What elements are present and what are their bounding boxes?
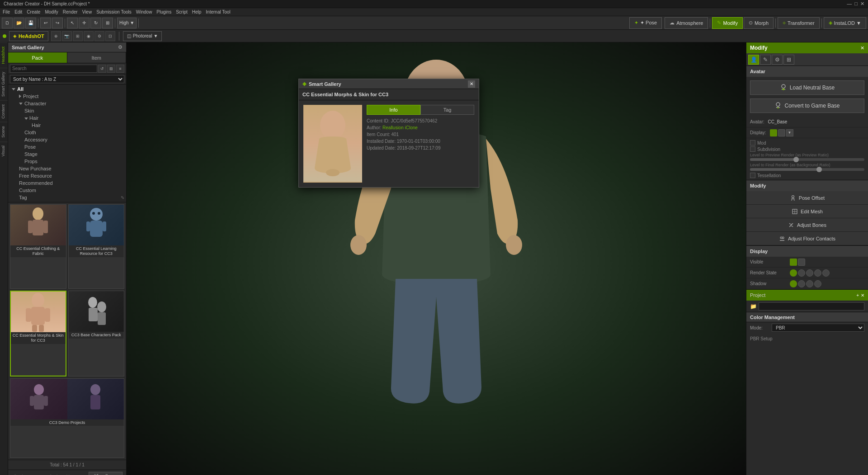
tree-character[interactable]: Character <box>8 100 126 107</box>
open-btn[interactable]: 📂 <box>14 18 24 28</box>
menu-view[interactable]: View <box>82 9 92 14</box>
tab-pack[interactable]: Pack <box>8 52 67 63</box>
menu-create[interactable]: Create <box>27 9 40 14</box>
menu-plugins[interactable]: Plugins <box>156 9 171 14</box>
shadow-toggle-2[interactable] <box>798 280 805 287</box>
tree-free-resource[interactable]: Free Resource <box>8 172 126 179</box>
rp-slider-2[interactable] <box>750 168 864 171</box>
side-tab-scene[interactable]: Scene <box>0 122 8 141</box>
side-tab-visual[interactable]: Visual <box>0 141 8 160</box>
gallery-item-2[interactable]: CC Essential Morphs & Skin for CC3 <box>10 291 66 376</box>
rs-toggle-1[interactable] <box>790 269 797 277</box>
menu-script[interactable]: Script <box>176 9 188 14</box>
gallery-item-1[interactable]: CC Essential Learning Resource for CC3 <box>68 204 125 289</box>
rp-tab-settings[interactable]: ⚙ <box>772 55 783 65</box>
filter-btn[interactable]: ≡ <box>116 65 124 73</box>
display-toggle-1[interactable] <box>770 129 777 136</box>
rp-tab-person[interactable]: 👤 <box>748 55 759 65</box>
menu-edit[interactable]: Edit <box>14 9 22 14</box>
headshot-btn[interactable]: ◈ HeAdshOT <box>9 31 48 41</box>
side-tab-content[interactable]: Content <box>0 100 8 122</box>
adjust-floor-btn[interactable]: Adjust Floor Contacts <box>746 232 868 245</box>
tree-custom[interactable]: Custom <box>8 187 126 194</box>
tree-accessory[interactable]: Accessory <box>8 136 126 143</box>
sort-dropdown[interactable]: Sort by Name : A to Z <box>10 75 124 83</box>
side-tab-headshot[interactable]: Headshot <box>0 42 8 68</box>
convert-game-base-btn[interactable]: Convert to Game Base <box>750 99 864 113</box>
rp-slider-1[interactable] <box>750 158 864 161</box>
instalod-btn[interactable]: ◈ InstaLOD ▼ <box>824 17 866 29</box>
save-btn[interactable]: 💾 <box>25 18 36 28</box>
mode-select[interactable]: PBR Standard <box>772 324 864 332</box>
tb2-btn5[interactable]: ⚙ <box>94 31 104 41</box>
visible-toggle-green[interactable] <box>790 259 797 266</box>
search-input[interactable] <box>10 65 97 73</box>
tree-tag[interactable]: Tag ✎ <box>8 194 126 201</box>
tree-hair[interactable]: Hair <box>8 114 126 122</box>
adjust-bones-btn[interactable]: Adjust Bones <box>746 218 868 232</box>
tb2-btn6[interactable]: ⊡ <box>105 31 115 41</box>
side-tab-smart-gallery[interactable]: Smart Gallery <box>0 68 8 100</box>
quality-dropdown[interactable]: High ▼ <box>117 18 137 28</box>
rs-toggle-2[interactable] <box>798 269 805 277</box>
redo-btn[interactable]: ↪ <box>52 18 63 28</box>
tab-item[interactable]: Item <box>67 52 127 63</box>
rs-toggle-3[interactable] <box>806 269 813 277</box>
transformer-btn[interactable]: ⟡ Transformer <box>778 17 820 29</box>
tree-project[interactable]: Project <box>8 93 126 100</box>
popup-tab-info[interactable]: Info <box>367 105 420 115</box>
gallery-item-0[interactable]: CC Essential Clothing & Fabric <box>10 204 66 289</box>
menu-submission[interactable]: Submission Tools <box>96 9 132 14</box>
project-expand-btn[interactable]: + <box>856 293 859 298</box>
pose-mode-btn[interactable]: ✦ ✦ Pose <box>629 17 662 29</box>
tree-cloth[interactable]: Cloth <box>8 129 126 136</box>
menu-file[interactable]: File <box>3 9 10 14</box>
atmosphere-btn[interactable]: ☁ Atmosphere <box>665 17 708 29</box>
display-dropdown[interactable]: ▼ <box>786 129 793 136</box>
shadow-toggle-3[interactable] <box>806 280 813 287</box>
maximize-btn[interactable]: □ <box>854 1 858 7</box>
edit-mesh-btn[interactable]: Edit Mesh <box>746 205 868 218</box>
tree-skin[interactable]: Skin <box>8 107 126 114</box>
gallery-item-3[interactable]: CC3 Base Characters Pack <box>68 291 125 376</box>
cb-tessellation[interactable] <box>750 173 755 178</box>
tree-hair-sub[interactable]: Hair <box>8 122 126 129</box>
tree-recommended[interactable]: Recommended <box>8 179 126 187</box>
rp-close-icon[interactable]: ✕ <box>860 45 864 51</box>
project-settings-btn[interactable]: ✕ <box>861 293 864 298</box>
modify-mode-btn[interactable]: ✎ Modify <box>712 17 742 29</box>
rs-toggle-4[interactable] <box>814 269 821 277</box>
rp-tab-grid[interactable]: ⊞ <box>783 55 794 65</box>
gallery-item-4[interactable]: CC3 Demo Projects <box>10 378 124 458</box>
popup-tab-tag[interactable]: Tag <box>420 105 474 115</box>
menu-modify[interactable]: Modify <box>45 9 58 14</box>
shadow-toggle-4[interactable] <box>814 280 821 287</box>
sg-settings-icon[interactable]: ⚙ <box>118 44 123 50</box>
menu-internal[interactable]: Internal Tool <box>206 9 230 14</box>
cb-mod[interactable] <box>750 140 755 146</box>
tree-stage[interactable]: Stage <box>8 150 126 158</box>
pose-offset-btn[interactable]: Pose Offset <box>746 191 868 205</box>
new-btn[interactable]: 🗋 <box>2 18 13 28</box>
tb2-btn2[interactable]: 📷 <box>62 31 72 41</box>
tree-new-purchase[interactable]: New Purchase <box>8 165 126 172</box>
tree-all[interactable]: All <box>8 85 126 93</box>
view-toggle-btn[interactable]: ⊞ <box>107 65 115 73</box>
view-items-btn[interactable]: View Items <box>89 472 123 475</box>
popup-close-btn[interactable]: ✕ <box>468 80 475 88</box>
close-btn[interactable]: ✕ <box>860 1 864 7</box>
render-preset-btn[interactable]: ◫ Photoreal ▼ <box>123 31 162 41</box>
rp-tab-edit[interactable]: ✎ <box>760 55 771 65</box>
tree-pose[interactable]: Pose <box>8 143 126 150</box>
display-toggle-2[interactable] <box>778 129 785 136</box>
cb-subdivision[interactable] <box>750 146 755 152</box>
load-neutral-base-btn[interactable]: Load Neutral Base <box>750 80 864 95</box>
menu-render[interactable]: Render <box>63 9 78 14</box>
tb2-btn1[interactable]: ⊕ <box>51 31 61 41</box>
rotate-btn[interactable]: ↻ <box>90 18 101 28</box>
morph-mode-btn[interactable]: ⊙ Morph <box>744 17 774 29</box>
shadow-toggle-1[interactable] <box>790 280 797 287</box>
move-btn[interactable]: ✛ <box>79 18 90 28</box>
visible-toggle-gray[interactable] <box>798 259 805 266</box>
minimize-btn[interactable]: — <box>847 1 852 7</box>
